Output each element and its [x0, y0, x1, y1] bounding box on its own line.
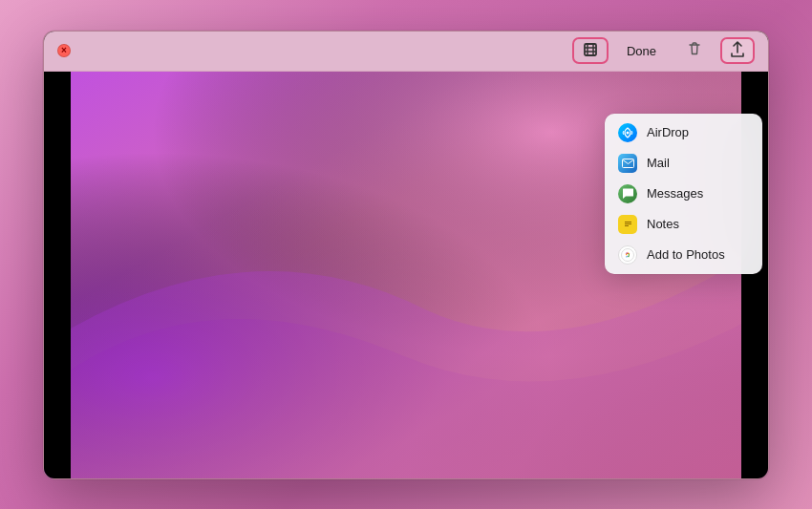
share-icon — [730, 41, 745, 61]
black-bar-left — [44, 72, 71, 478]
done-button[interactable]: Done — [614, 37, 669, 64]
close-button[interactable] — [57, 44, 71, 57]
messages-label: Messages — [647, 186, 703, 201]
menu-item-mail[interactable]: Mail — [605, 148, 762, 179]
mail-label: Mail — [647, 156, 670, 170]
toolbar-buttons: Done — [572, 37, 755, 64]
window-content: AirDrop Mail Messages — [44, 72, 768, 478]
trash-icon — [687, 41, 702, 60]
notes-icon — [618, 215, 637, 234]
crop-icon — [582, 41, 599, 61]
menu-item-notes[interactable]: Notes — [605, 209, 762, 240]
add-to-photos-label: Add to Photos — [647, 247, 725, 262]
title-bar: Done — [44, 32, 768, 72]
svg-rect-0 — [585, 44, 596, 55]
share-dropdown-menu: AirDrop Mail Messages — [605, 114, 762, 274]
crop-button[interactable] — [572, 37, 609, 64]
share-button[interactable] — [720, 37, 755, 64]
messages-icon — [618, 184, 637, 203]
menu-item-add-to-photos[interactable]: Add to Photos — [605, 240, 762, 270]
delete-button[interactable] — [674, 37, 715, 64]
screenshot-window: Done — [43, 31, 769, 479]
mail-icon — [618, 154, 637, 173]
svg-point-16 — [627, 254, 629, 256]
photos-icon — [618, 245, 637, 265]
airdrop-label: AirDrop — [647, 125, 689, 139]
menu-item-airdrop[interactable]: AirDrop — [605, 117, 762, 148]
notes-label: Notes — [647, 217, 679, 231]
svg-point-9 — [627, 131, 630, 134]
airdrop-icon — [618, 123, 637, 142]
menu-item-messages[interactable]: Messages — [605, 179, 762, 209]
